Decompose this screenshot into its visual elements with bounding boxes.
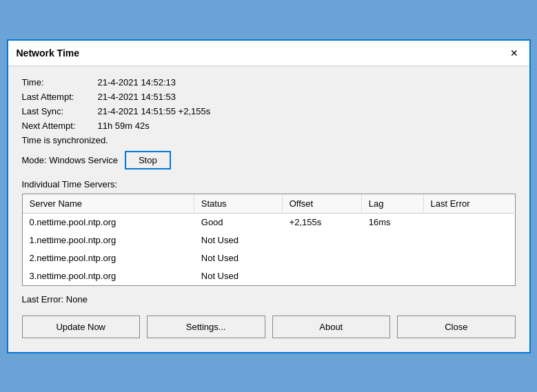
- next-attempt-row: Next Attempt: 11h 59m 42s: [22, 121, 516, 131]
- update-now-button[interactable]: Update Now: [22, 316, 141, 338]
- next-attempt-label: Next Attempt:: [22, 121, 98, 131]
- mode-label: Mode: Windows Service: [22, 155, 118, 165]
- last-attempt-row: Last Attempt: 21-4-2021 14:51:53: [22, 92, 516, 102]
- last-attempt-value: 21-4-2021 14:51:53: [98, 92, 176, 102]
- col-server-name: Server Name: [23, 194, 194, 214]
- close-icon[interactable]: ✕: [507, 46, 521, 60]
- table-row: 0.nettime.pool.ntp.orgGood+2,155s16ms: [23, 213, 515, 231]
- mode-row: Mode: Windows Service Stop: [22, 151, 516, 169]
- title-bar: Network Time ✕: [8, 41, 529, 66]
- last-sync-row: Last Sync: 21-4-2021 14:51:55 +2,155s: [22, 106, 516, 116]
- servers-table-container: Server Name Status Offset Lag Last Error…: [22, 194, 516, 286]
- last-sync-value: 21-4-2021 14:51:55 +2,155s: [98, 106, 211, 116]
- sync-status: Time is synchronized.: [22, 135, 516, 145]
- last-error-row: Last Error: None: [22, 294, 516, 305]
- col-offset: Offset: [282, 194, 361, 214]
- network-time-window: Network Time ✕ Time: 21-4-2021 14:52:13 …: [7, 39, 531, 353]
- stop-button[interactable]: Stop: [125, 151, 171, 169]
- next-attempt-value: 11h 59m 42s: [98, 121, 150, 131]
- table-row: 2.nettime.pool.ntp.orgNot Used: [23, 249, 515, 267]
- window-title: Network Time: [17, 48, 80, 59]
- close-button[interactable]: Close: [397, 316, 516, 338]
- button-row: Update Now Settings... About Close: [22, 316, 516, 341]
- col-last-error: Last Error: [423, 194, 514, 214]
- last-attempt-label: Last Attempt:: [22, 92, 98, 102]
- time-value: 21-4-2021 14:52:13: [98, 77, 176, 87]
- time-row: Time: 21-4-2021 14:52:13: [22, 77, 516, 87]
- table-header-row: Server Name Status Offset Lag Last Error: [23, 194, 515, 214]
- time-label: Time:: [22, 77, 98, 87]
- table-row: 1.nettime.pool.ntp.orgNot Used: [23, 231, 515, 249]
- settings-button[interactable]: Settings...: [147, 316, 265, 338]
- servers-section-label: Individual Time Servers:: [22, 179, 516, 189]
- about-button[interactable]: About: [272, 316, 391, 338]
- content-area: Time: 21-4-2021 14:52:13 Last Attempt: 2…: [8, 66, 529, 352]
- servers-table: Server Name Status Offset Lag Last Error…: [23, 194, 515, 285]
- table-row: 3.nettime.pool.ntp.orgNot Used: [23, 267, 515, 285]
- col-status: Status: [194, 194, 282, 214]
- col-lag: Lag: [361, 194, 423, 214]
- last-sync-label: Last Sync:: [22, 106, 98, 116]
